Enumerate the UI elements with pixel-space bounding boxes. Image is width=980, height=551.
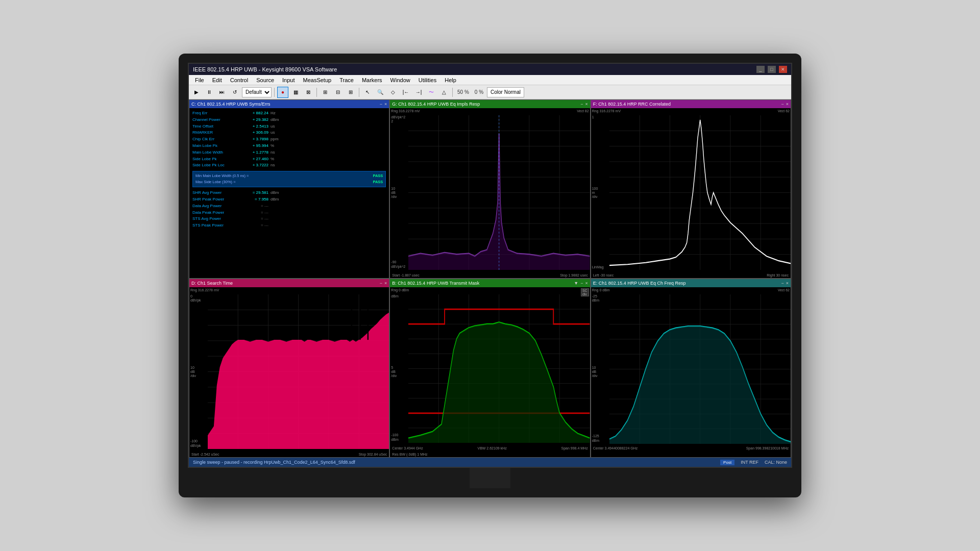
panel-a-header: C: Ch1 802.15.4 HRP UWB Syms/Errs − × [189,100,389,108]
panel-f-header: F: Ch1 802.15.4 HRP RRC Correlated − × [591,100,791,108]
panel-g-close[interactable]: × [585,102,587,107]
play-button[interactable]: ▶ [191,87,202,98]
panel-d-close[interactable]: × [384,281,387,286]
panel-e-vect: Vect 62 [778,288,790,292]
panel-e-span: Span 998.398210018 MHz [746,446,789,450]
panel-search-time: D: Ch1 Search Time − × Rng 316.2278 mV 0… [189,279,389,458]
panel-d-minimize[interactable]: − [380,281,382,286]
grid2-button[interactable]: ⊟ [332,87,344,98]
panel-a-minimize[interactable]: − [380,102,382,107]
panel-b-center: Center 3.4944 GHz [392,446,423,450]
panel-transmit-mask: B: Ch1 802.15.4 HRP UWB Transmit Mask ▼ … [389,279,590,458]
menu-utilities[interactable]: Utilities [414,75,440,85]
panel-g-controls: − × [580,102,588,107]
panel-g-stop: Stop 1.9882 usec [560,273,588,277]
panel-g-svg [408,115,590,270]
panel-b-dropdown[interactable]: ▼ [574,281,578,286]
wave-button[interactable]: 〜 [426,87,437,98]
panel-f-close[interactable]: × [786,102,789,107]
triangle-button[interactable]: △ [438,87,450,98]
panel-d-header: D: Ch1 Search Time − × [189,279,389,287]
panel-e-controls: − × [781,281,789,286]
menu-trace[interactable]: Trace [335,75,358,85]
preset-select[interactable]: Default [242,87,272,97]
tile-button[interactable]: ⊞ [345,87,356,98]
panel-d-start: Start -2.542 uSec [191,453,219,456]
panel-a-close[interactable]: × [384,102,387,107]
separator-1 [274,88,275,97]
zoom-label: 50 % [455,89,471,95]
diamond-button[interactable]: ◇ [387,87,399,98]
marker-button[interactable]: |← [400,87,411,98]
separator-4 [452,88,453,97]
panel-f-minimize[interactable]: − [781,102,783,107]
panel-b-svg [408,294,590,443]
marker2-button[interactable]: →| [413,87,424,98]
panel-b-controls: ▼ − × [574,281,587,286]
close-button[interactable]: ✕ [779,66,787,73]
menu-window[interactable]: Window [386,75,414,85]
cal-label: CAL: None [765,460,787,465]
main-content: C: Ch1 802.15.4 HRP UWB Syms/Errs − × Fr… [189,99,791,458]
zero-label: 0 % [473,89,485,95]
panel-f-svg [609,115,791,270]
minimize-button[interactable]: _ [756,66,765,73]
config-button[interactable]: ⊠ [303,87,314,98]
separator-2 [316,88,317,97]
panel-a-data: Freq Err + 882.24 Hz Channel Power + 29.… [189,108,389,278]
step-button[interactable]: ⏭ [216,87,228,98]
panel-g-header: G: Ch1 802.15.4 HRP UWB Eq Impls Resp − … [390,100,590,108]
panel-b-close[interactable]: × [585,281,587,286]
panel-d-svg [208,294,389,449]
panel-b-minimize[interactable]: − [580,281,583,286]
panel-b-resbw: Res BW (-3dB) 1 MHz [392,453,427,456]
panel-b-vbw: VBW 2.62109 kHz [477,446,506,450]
menu-control[interactable]: Control [226,75,252,85]
panel-e-minimize[interactable]: − [781,281,783,286]
panel-e-close[interactable]: × [786,281,789,286]
menu-help[interactable]: Help [440,75,460,85]
panel-g-minimize[interactable]: − [580,102,583,107]
grid-button[interactable]: ⊞ [320,87,331,98]
panel-ch-freq: E: Ch1 802.15.4 HRP UWB Eq Ch Freq Resp … [591,279,791,458]
menu-edit[interactable]: Edit [208,75,226,85]
menu-input[interactable]: Input [278,75,299,85]
panel-d-rng: Rng 316.2278 mV [190,288,219,292]
post-button[interactable]: Post [720,460,734,465]
panel-a-controls: − × [380,102,387,107]
record-button[interactable]: ● [277,87,288,98]
menu-markers[interactable]: Markers [358,75,386,85]
menu-file[interactable]: File [191,75,208,85]
app-title: IEEE 802.15.4 HRP UWB - Keysight 89600 V… [193,66,337,72]
panel-g-chart: Rng 316.2278 mV Vect 82 dBVpk^2 2 [390,108,590,278]
panel-e-chart: Rng 0 dBm Vect 62 -25 dBm 10 dB /div [591,287,791,457]
panel-e-header: E: Ch1 802.15.4 HRP UWB Eq Ch Freq Resp … [591,279,791,287]
display-button[interactable]: ▦ [290,87,301,98]
monitor: IEEE 802.15.4 HRP UWB - Keysight 89600 V… [179,54,801,497]
restart-button[interactable]: ↺ [229,87,240,98]
panel-d-chart: Rng 316.2278 mV 0 dBVpk 10 dB /div [189,287,389,457]
panel-b-chart: Rng 0 dBm SCdiv dBm 5 dB /div [390,287,590,457]
panel-f-rng: Rng 316.2278 mV [592,109,621,113]
zoom-button[interactable]: 🔍 [375,87,386,98]
pause-button[interactable]: ⏸ [204,87,215,98]
status-message: Single sweep - paused - recording HrpUwb… [193,460,720,465]
panel-d-title: D: Ch1 Search Time [191,281,233,286]
cursor-button[interactable]: ↖ [362,87,373,98]
panel-e-center: Center 3.49440088224 GHz [593,446,638,450]
panel-e-svg [609,294,791,444]
maximize-button[interactable]: □ [768,66,776,73]
panel-b-title: B: Ch1 802.15.4 HRP UWB Transmit Mask [392,281,479,286]
separator-3 [359,88,359,97]
panel-syms-errs: C: Ch1 802.15.4 HRP UWB Syms/Errs − × Fr… [189,99,389,279]
panel-e-rng: Rng 0 dBm [592,288,610,292]
title-bar-controls: _ □ ✕ [756,66,787,73]
menu-source[interactable]: Source [252,75,278,85]
monitor-stand-base [434,488,546,497]
panel-a-title: C: Ch1 802.15.4 HRP UWB Syms/Errs [191,102,270,107]
panel-f-controls: − × [781,102,789,107]
color-normal-selector[interactable]: Color Normal [487,87,524,97]
panel-f-left: Left -30 nsec [593,273,614,277]
panel-b-header: B: Ch1 802.15.4 HRP UWB Transmit Mask ▼ … [390,279,590,287]
menu-meassetup[interactable]: MeasSetup [299,75,336,85]
